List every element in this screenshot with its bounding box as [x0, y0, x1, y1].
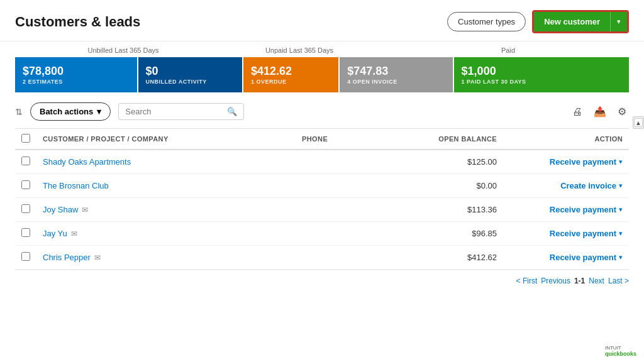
- batch-chevron-icon: ▾: [97, 107, 101, 116]
- customer-types-button[interactable]: Customer types: [447, 12, 526, 31]
- tile-paid[interactable]: $1,000 1 PAID LAST 30 DAYS: [454, 57, 629, 92]
- table-row: Shady Oaks Apartments $125.00 Receive pa…: [15, 150, 629, 174]
- customer-name-link[interactable]: Jay Yu: [43, 229, 67, 238]
- action-dropdown-chevron[interactable]: ▾: [619, 229, 623, 238]
- email-icon: ✉: [82, 206, 88, 214]
- row-customer-cell: Shady Oaks Apartments: [36, 150, 296, 174]
- row-balance: $125.00: [467, 157, 497, 167]
- customers-table: CUSTOMER / PROJECT / COMPANY PHONE OPEN …: [15, 128, 629, 270]
- row-phone-cell: [296, 174, 421, 198]
- row-action-cell: Receive payment ▾: [503, 222, 629, 246]
- row-checkbox[interactable]: [21, 180, 30, 189]
- unpaid-label: Unpaid Last 365 Days: [265, 47, 333, 54]
- pagination-next[interactable]: Next: [589, 277, 604, 285]
- action-dropdown-chevron[interactable]: ▾: [619, 206, 623, 214]
- pagination-first[interactable]: < First: [516, 277, 538, 285]
- batch-actions-button[interactable]: Batch actions ▾: [30, 102, 111, 121]
- print-button[interactable]: 🖨: [570, 105, 585, 119]
- qb-logo: INTUIT quickbooks: [605, 344, 636, 357]
- row-checkbox[interactable]: [21, 252, 30, 261]
- select-all-checkbox[interactable]: [21, 134, 30, 143]
- email-icon: ✉: [94, 253, 101, 262]
- row-phone-cell: [296, 150, 421, 174]
- row-balance-cell: $113.36: [421, 198, 503, 222]
- row-checkbox-cell: [15, 150, 36, 174]
- search-input[interactable]: [125, 107, 223, 116]
- row-checkbox-cell: [15, 198, 36, 222]
- customer-name-link[interactable]: Chris Pepper: [43, 253, 91, 262]
- sort-icon[interactable]: ⇅: [15, 107, 23, 117]
- pagination-last[interactable]: Last >: [608, 277, 629, 285]
- action-cell: Receive payment ▾: [509, 253, 623, 262]
- action-link[interactable]: Receive payment: [550, 253, 616, 262]
- action-link[interactable]: Receive payment: [550, 157, 616, 167]
- action-link[interactable]: Receive payment: [550, 205, 616, 214]
- row-customer-cell: The Brosnan Club: [36, 174, 296, 198]
- table-row: Chris Pepper ✉ $412.62 Receive payment ▾: [15, 246, 629, 270]
- row-checkbox[interactable]: [21, 228, 30, 237]
- tile-unbilled[interactable]: $0 UNBILLED ACTIVITY: [138, 57, 242, 92]
- header-actions: Customer types New customer ▾: [447, 10, 629, 33]
- stats-tiles: $78,800 2 ESTIMATES $0 UNBILLED ACTIVITY…: [15, 57, 629, 92]
- row-balance-cell: $96.85: [421, 222, 503, 246]
- row-checkbox[interactable]: [21, 156, 30, 165]
- tile-estimates[interactable]: $78,800 2 ESTIMATES: [15, 57, 137, 92]
- row-action-cell: Receive payment ▾: [503, 246, 629, 270]
- new-customer-chevron-button[interactable]: ▾: [610, 12, 627, 31]
- header-phone: PHONE: [296, 129, 421, 150]
- pagination-previous[interactable]: Previous: [541, 277, 570, 285]
- action-cell: Receive payment ▾: [509, 229, 623, 238]
- search-icon: 🔍: [227, 107, 237, 116]
- tile-estimates-label: 2 ESTIMATES: [23, 79, 130, 85]
- row-customer-cell: Chris Pepper ✉: [36, 246, 296, 270]
- row-balance-cell: $0.00: [421, 174, 503, 198]
- row-checkbox-cell: [15, 246, 36, 270]
- tile-paid-amount: $1,000: [462, 65, 621, 79]
- action-cell: Create invoice ▾: [509, 181, 623, 190]
- customer-name: The Brosnan Club: [43, 181, 289, 190]
- tile-overdue[interactable]: $412.62 1 OVERDUE: [243, 57, 338, 92]
- tile-unbilled-label: UNBILLED ACTIVITY: [146, 79, 235, 85]
- row-balance: $96.85: [472, 229, 497, 238]
- tile-open-invoice[interactable]: $747.83 4 OPEN INVOICE: [340, 57, 452, 92]
- header-checkbox-col: [15, 129, 36, 150]
- customer-name-link[interactable]: Shady Oaks Apartments: [43, 157, 131, 167]
- settings-button[interactable]: ⚙: [615, 104, 629, 119]
- scroll-up-button[interactable]: ▲: [634, 118, 643, 127]
- action-link[interactable]: Receive payment: [550, 229, 616, 238]
- customer-name: Shady Oaks Apartments: [43, 157, 289, 167]
- row-action-cell: Receive payment ▾: [503, 150, 629, 174]
- email-icon: ✉: [71, 229, 77, 238]
- action-dropdown-chevron[interactable]: ▾: [619, 182, 623, 190]
- row-action-cell: Create invoice ▾: [503, 174, 629, 198]
- export-button[interactable]: 📤: [591, 104, 609, 119]
- row-checkbox-cell: [15, 174, 36, 198]
- customer-name: Jay Yu ✉: [43, 229, 289, 238]
- gear-icon: ⚙: [618, 106, 626, 117]
- customer-name-link[interactable]: The Brosnan Club: [43, 181, 109, 190]
- action-dropdown-chevron[interactable]: ▾: [619, 158, 623, 166]
- header-balance: OPEN BALANCE: [421, 129, 503, 150]
- tile-unbilled-amount: $0: [146, 65, 235, 79]
- tile-open-invoice-amount: $747.83: [347, 65, 445, 79]
- row-balance: $113.36: [467, 205, 497, 214]
- action-link[interactable]: Create invoice: [560, 181, 616, 190]
- new-customer-button[interactable]: New customer: [534, 12, 610, 31]
- toolbar: ⇅ Batch actions ▾ 🔍 🖨 📤 ⚙: [15, 102, 629, 121]
- customer-name-link[interactable]: Joy Shaw: [43, 205, 78, 214]
- row-customer-cell: Joy Shaw ✉: [36, 198, 296, 222]
- stats-labels: Unbilled Last 365 Days Unpaid Last 365 D…: [15, 41, 629, 57]
- row-checkbox[interactable]: [21, 204, 30, 213]
- table-row: Joy Shaw ✉ $113.36 Receive payment ▾: [15, 198, 629, 222]
- scroll-indicator: ▲: [633, 116, 644, 129]
- tile-estimates-amount: $78,800: [23, 65, 130, 79]
- page-wrapper: Customers & leads Customer types New cus…: [0, 0, 644, 362]
- action-dropdown-chevron[interactable]: ▾: [619, 253, 623, 261]
- stats-bar: Unbilled Last 365 Days Unpaid Last 365 D…: [0, 41, 644, 92]
- row-balance-cell: $412.62: [421, 246, 503, 270]
- tile-overdue-label: 1 OVERDUE: [251, 79, 331, 85]
- row-phone-cell: [296, 246, 421, 270]
- pagination-current: 1-1: [574, 277, 585, 285]
- print-icon: 🖨: [572, 106, 582, 117]
- main-content: ⇅ Batch actions ▾ 🔍 🖨 📤 ⚙: [0, 92, 644, 298]
